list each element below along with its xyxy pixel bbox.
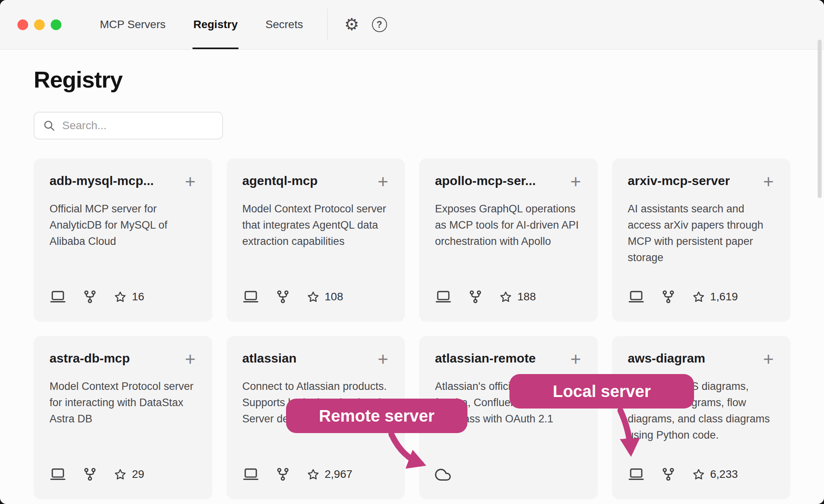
- server-description: AI assistants search and access arXiv pa…: [628, 201, 775, 266]
- cloud-icon: [435, 467, 451, 483]
- fork-icon: [468, 290, 483, 304]
- fork-icon: [276, 290, 290, 304]
- settings-button[interactable]: ⚙: [338, 16, 366, 33]
- server-description: Connect to Atlassian products. Supports …: [242, 378, 389, 427]
- server-name: atlassian-remote: [435, 351, 536, 366]
- laptop-icon: [628, 466, 645, 483]
- server-card-atlassian[interactable]: atlassian + Connect to Atlassian product…: [227, 336, 405, 499]
- server-card-arxiv-mcp-server[interactable]: arxiv-mcp-server + AI assistants search …: [612, 158, 791, 322]
- plus-icon: +: [185, 171, 196, 192]
- card-footer: [435, 467, 582, 483]
- search-input[interactable]: [62, 119, 214, 132]
- star-rating: 16: [114, 290, 144, 304]
- add-server-button[interactable]: +: [184, 351, 196, 367]
- tab-registry[interactable]: Registry: [179, 0, 252, 49]
- search-icon: [42, 119, 56, 132]
- star-count: 188: [517, 290, 536, 303]
- scrollbar-thumb[interactable]: [818, 40, 822, 198]
- star-count: 2,967: [325, 468, 353, 481]
- minimize-window-button[interactable]: [34, 19, 45, 30]
- card-footer: 16: [50, 288, 196, 305]
- titlebar-divider: [327, 9, 328, 40]
- star-rating: 1,619: [692, 290, 738, 304]
- plus-icon: +: [570, 349, 581, 369]
- star-count: 29: [132, 468, 144, 481]
- card-footer: 6,233: [628, 466, 775, 483]
- main-tabs: MCP Servers Registry Secrets: [86, 0, 317, 49]
- star-icon: [499, 290, 512, 304]
- card-footer: 108: [242, 288, 389, 305]
- plus-icon: +: [185, 349, 196, 369]
- star-count: 108: [325, 290, 343, 303]
- laptop-icon: [50, 466, 66, 483]
- card-footer: 2,967: [242, 466, 389, 483]
- server-name: astra-db-mcp: [50, 351, 130, 366]
- app-window: MCP Servers Registry Secrets ⚙ ? Registr…: [0, 0, 824, 504]
- star-rating: 2,967: [307, 468, 353, 481]
- star-icon: [114, 468, 127, 481]
- server-name: adb-mysql-mcp...: [50, 174, 154, 188]
- laptop-icon: [628, 288, 645, 305]
- plus-icon: +: [570, 171, 581, 192]
- plus-icon: +: [763, 171, 774, 192]
- tab-secrets[interactable]: Secrets: [252, 0, 317, 49]
- fork-icon: [276, 467, 290, 481]
- card-footer: 1,619: [628, 288, 775, 305]
- server-description: Official MCP server for AnalyticDB for M…: [50, 201, 196, 250]
- server-card-aws-diagram[interactable]: aws-diagram + Generate AWS diagrams, seq…: [612, 336, 791, 499]
- star-count: 16: [132, 290, 144, 303]
- close-window-button[interactable]: [17, 19, 28, 30]
- server-card-astra-db-mcp[interactable]: astra-db-mcp + Model Context Protocol se…: [34, 336, 212, 499]
- star-count: 1,619: [710, 290, 738, 303]
- star-icon: [114, 290, 127, 304]
- star-icon: [692, 468, 705, 481]
- star-icon: [307, 468, 320, 481]
- plus-icon: +: [378, 171, 388, 192]
- laptop-icon: [242, 288, 259, 305]
- fork-icon: [83, 290, 97, 304]
- card-footer: 188: [435, 288, 582, 305]
- server-name: aws-diagram: [628, 351, 706, 366]
- card-footer: 29: [50, 466, 196, 483]
- server-card-adb-mysql-mcp[interactable]: adb-mysql-mcp... + Official MCP server f…: [34, 158, 212, 322]
- server-card-atlassian-remote[interactable]: atlassian-remote + Atlassian's official …: [419, 336, 598, 499]
- help-icon: ?: [372, 17, 387, 32]
- fork-icon: [661, 467, 675, 481]
- traffic-lights: [17, 19, 61, 30]
- server-card-grid: adb-mysql-mcp... + Official MCP server f…: [34, 158, 790, 499]
- tab-mcp-servers[interactable]: MCP Servers: [86, 0, 179, 49]
- server-name: apollo-mcp-ser...: [435, 174, 536, 188]
- laptop-icon: [50, 288, 66, 305]
- star-icon: [692, 290, 705, 304]
- server-description: Model Context Protocol server for intera…: [50, 378, 196, 427]
- add-server-button[interactable]: +: [762, 351, 774, 367]
- titlebar: MCP Servers Registry Secrets ⚙ ?: [0, 0, 824, 50]
- server-card-agentql-mcp[interactable]: agentql-mcp + Model Context Protocol ser…: [227, 158, 405, 322]
- star-icon: [307, 290, 320, 304]
- help-button[interactable]: ?: [366, 17, 393, 32]
- add-server-button[interactable]: +: [377, 174, 389, 190]
- server-description: Atlassian's official MCP server for Jira…: [435, 378, 582, 427]
- add-server-button[interactable]: +: [377, 351, 389, 367]
- server-card-apollo-mcp-server[interactable]: apollo-mcp-ser... + Exposes GraphQL oper…: [419, 158, 598, 322]
- server-name: arxiv-mcp-server: [628, 174, 730, 188]
- laptop-icon: [242, 466, 259, 483]
- add-server-button[interactable]: +: [570, 351, 582, 367]
- fork-icon: [83, 467, 97, 481]
- add-server-button[interactable]: +: [570, 174, 582, 190]
- server-description: Generate AWS diagrams, sequence diagrams…: [628, 378, 775, 443]
- plus-icon: +: [763, 349, 774, 369]
- star-rating: 29: [114, 468, 144, 481]
- registry-page: Registry adb-mysql-mcp... + Official MCP…: [0, 66, 824, 499]
- star-count: 6,233: [710, 468, 738, 481]
- zoom-window-button[interactable]: [51, 19, 61, 30]
- add-server-button[interactable]: +: [762, 174, 774, 190]
- gear-icon: ⚙: [344, 16, 359, 33]
- add-server-button[interactable]: +: [184, 174, 196, 190]
- search-box[interactable]: [34, 112, 223, 139]
- server-name: agentql-mcp: [242, 174, 318, 188]
- laptop-icon: [435, 288, 452, 305]
- page-title: Registry: [34, 66, 790, 93]
- server-name: atlassian: [242, 351, 297, 366]
- star-rating: 6,233: [692, 468, 738, 481]
